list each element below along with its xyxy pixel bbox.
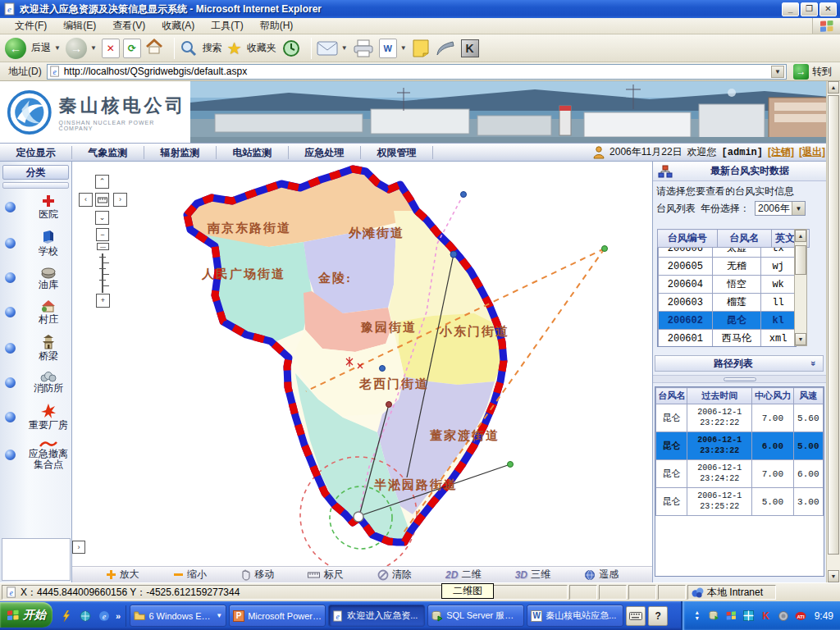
- hide-icons-chevron[interactable]: ▴▾: [691, 609, 704, 623]
- group-dropdown-icon[interactable]: ▼: [216, 612, 222, 619]
- tray-ati-icon[interactable]: ATI: [794, 609, 807, 623]
- pan-right-button[interactable]: ›: [113, 193, 127, 207]
- print-button[interactable]: [353, 39, 374, 57]
- address-input[interactable]: e http://localhost/QSgridwebgis/default.…: [47, 64, 787, 80]
- edit-with-word-button[interactable]: W ▼: [379, 39, 407, 58]
- kaspersky-button[interactable]: K: [461, 39, 479, 57]
- task-sql-server[interactable]: SQL Server 服务...: [427, 605, 524, 627]
- task-word-doc[interactable]: W 秦山核电站应急...: [527, 605, 623, 627]
- view-2d-tool[interactable]: 2D 二维: [445, 568, 481, 582]
- track-point-green[interactable]: [508, 462, 514, 468]
- mail-button[interactable]: ▼: [317, 40, 348, 57]
- sidebar-item-bridge[interactable]: 桥梁: [5, 334, 71, 363]
- typhoon-row[interactable]: 200605 无稽 wj: [659, 258, 796, 276]
- zoom-out-tool[interactable]: 缩小: [173, 568, 207, 582]
- zoom-slider-track[interactable]: [102, 253, 103, 293]
- typhoon-row[interactable]: 200604 悟空 wk: [659, 276, 796, 294]
- tab-permission-manage[interactable]: 权限管理: [361, 146, 433, 159]
- path-row[interactable]: 昆仑 2006-12-123:24:22 7.00 6.00: [656, 460, 824, 488]
- collapse-chevron-icon[interactable]: »: [809, 361, 819, 366]
- pan-up-button[interactable]: ⌃: [95, 175, 109, 189]
- scroll-up-icon[interactable]: ▲: [795, 230, 806, 242]
- track-point-green[interactable]: [602, 246, 608, 252]
- page-scrollbar[interactable]: ▲ ▼: [826, 81, 840, 582]
- back-button[interactable]: ← 后退 ▼: [5, 38, 61, 59]
- zoom-in-tool[interactable]: 放大: [106, 568, 139, 582]
- exit-link[interactable]: [退出]: [799, 145, 825, 159]
- forward-dropdown-icon[interactable]: ▼: [90, 44, 97, 52]
- map-area[interactable]: 南京东路街道 外滩街道 人民广场街道 金陵: 豫园街道 小东门街道 老西门街道 …: [72, 162, 652, 582]
- menu-tools[interactable]: 工具(T): [203, 17, 251, 34]
- home-button[interactable]: [144, 37, 164, 59]
- sidebar-item-village[interactable]: 村庄: [5, 299, 71, 326]
- history-button[interactable]: [281, 39, 301, 58]
- full-extent-button[interactable]: [95, 193, 109, 207]
- task-powerpoint[interactable]: P Microsoft PowerP...: [229, 605, 326, 627]
- zoom-in-step-button[interactable]: +: [96, 294, 110, 308]
- address-dropdown-icon[interactable]: ▼: [771, 66, 784, 78]
- sidebar-item-oil-depot[interactable]: 油库: [5, 266, 71, 291]
- tab-radiation-monitor[interactable]: 辐射监测: [144, 146, 217, 159]
- quick-launch-icon-2[interactable]: [78, 609, 93, 623]
- sidebar-item-key-plant[interactable]: 重要厂房: [5, 403, 71, 431]
- tray-kaspersky-icon[interactable]: K: [760, 609, 773, 623]
- path-row-selected[interactable]: 昆仑 2006-12-123:23:22 6.00 5.00: [656, 432, 824, 460]
- sidebar-collapse-button[interactable]: ›: [72, 541, 85, 554]
- path-row[interactable]: 昆仑 2006-12-123:25:22 5.00 3.00: [656, 488, 824, 516]
- tray-windows-icon[interactable]: [725, 609, 738, 623]
- quick-launch-ie-icon[interactable]: e: [97, 609, 112, 623]
- scroll-up-icon[interactable]: ▲: [828, 81, 839, 94]
- quick-launch-overflow-icon[interactable]: »: [116, 611, 121, 621]
- tray-sql-icon[interactable]: [708, 609, 721, 623]
- clear-tool[interactable]: 清除: [377, 568, 412, 582]
- tab-location-display[interactable]: 定位显示: [0, 146, 72, 159]
- favorites-button[interactable]: ★ 收藏夹: [227, 39, 276, 58]
- year-dropdown-icon[interactable]: ▼: [792, 202, 805, 215]
- menu-file[interactable]: 文件(F): [7, 17, 55, 34]
- forward-button[interactable]: → ▼: [66, 38, 97, 59]
- ime-help-button[interactable]: ?: [648, 606, 668, 626]
- flashget-button[interactable]: [435, 39, 456, 57]
- pan-tool[interactable]: 移动: [240, 568, 274, 582]
- typhoon-table-scrollbar[interactable]: ▲ ▼: [794, 229, 807, 346]
- task-ie-emergency-system[interactable]: e 欢迎进入应急资...: [328, 605, 425, 627]
- tray-ime-grid-icon[interactable]: [742, 609, 756, 623]
- start-button[interactable]: 开始: [0, 602, 52, 628]
- sidebar-item-assembly-point[interactable]: 应急撤离集合点: [5, 440, 71, 472]
- pan-down-button[interactable]: ⌄: [95, 211, 109, 225]
- messenger-button[interactable]: [412, 39, 430, 58]
- scroll-down-icon[interactable]: ▼: [828, 570, 839, 582]
- track-point-blue[interactable]: [450, 251, 457, 258]
- ime-keyboard-button[interactable]: [626, 606, 646, 626]
- menu-help[interactable]: 帮助(H): [252, 17, 302, 34]
- scroll-down-icon[interactable]: ▼: [795, 333, 806, 345]
- measure-tool[interactable]: 标尺: [308, 568, 343, 582]
- back-dropdown-icon[interactable]: ▼: [54, 44, 61, 52]
- pan-left-button[interactable]: ‹: [79, 193, 93, 207]
- sidebar-item-school[interactable]: 学校: [5, 229, 71, 258]
- panel-splitter[interactable]: [653, 375, 826, 383]
- sidebar-item-fire-station[interactable]: 消防所: [5, 371, 71, 395]
- typhoon-center-marker[interactable]: [354, 512, 363, 522]
- tray-network-icon[interactable]: [777, 609, 790, 623]
- search-button[interactable]: 搜索: [180, 39, 222, 57]
- typhoon-row-selected[interactable]: 200602 昆仑 kl: [659, 312, 796, 330]
- menu-favorites[interactable]: 收藏(A): [153, 17, 203, 34]
- zoom-out-step-button[interactable]: −: [96, 228, 109, 241]
- restore-button[interactable]: ❐: [801, 2, 818, 16]
- quick-launch-icon-1[interactable]: [59, 609, 74, 623]
- go-button[interactable]: → 转到: [793, 64, 832, 80]
- district-map[interactable]: [72, 162, 652, 566]
- menu-edit[interactable]: 编辑(E): [55, 17, 104, 34]
- tab-weather-monitor[interactable]: 气象监测: [72, 146, 144, 159]
- path-list-bar[interactable]: 路径列表 »: [655, 355, 824, 372]
- track-point-blue[interactable]: [461, 192, 467, 198]
- track-point-red[interactable]: [386, 402, 392, 408]
- tab-station-monitor[interactable]: 电站监测: [217, 146, 289, 159]
- typhoon-row[interactable]: 200606 太虚 tx: [659, 248, 796, 258]
- sidebar-item-hospital[interactable]: 医院: [5, 194, 71, 221]
- minimize-button[interactable]: _: [782, 2, 799, 16]
- refresh-button[interactable]: ⟳: [123, 39, 141, 58]
- scrollbar-thumb[interactable]: [828, 95, 839, 555]
- logout-link[interactable]: [注销]: [768, 145, 794, 159]
